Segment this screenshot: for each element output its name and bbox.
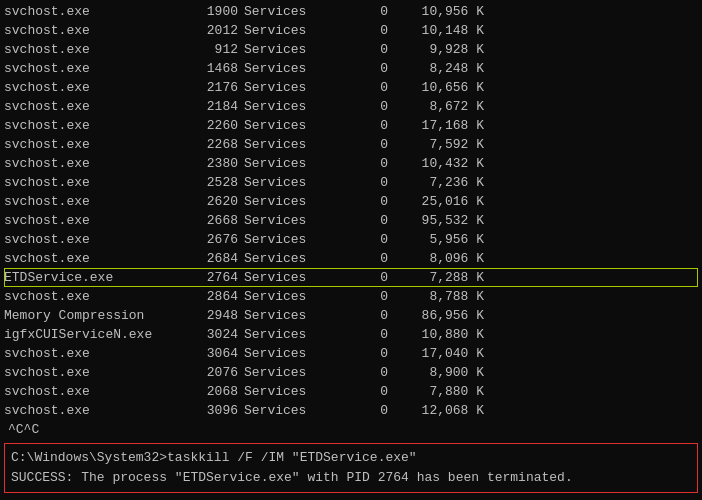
process-name: svchost.exe [4, 154, 184, 173]
process-sessions: 0 [334, 306, 394, 325]
process-name: svchost.exe [4, 401, 184, 420]
process-type: Services [244, 40, 334, 59]
process-memory: 7,288 K [394, 268, 484, 287]
process-name: svchost.exe [4, 192, 184, 211]
process-name: svchost.exe [4, 249, 184, 268]
process-memory: 8,096 K [394, 249, 484, 268]
process-type: Services [244, 268, 334, 287]
table-row[interactable]: svchost.exe 2620 Services 0 25,016 K [4, 192, 698, 211]
process-type: Services [244, 59, 334, 78]
command-box: C:\Windows\System32>taskkill /F /IM "ETD… [4, 443, 698, 493]
process-type: Services [244, 363, 334, 382]
process-name: svchost.exe [4, 211, 184, 230]
process-pid: 2948 [184, 306, 244, 325]
table-row[interactable]: svchost.exe 1900 Services 0 10,956 K [4, 2, 698, 21]
process-pid: 2012 [184, 21, 244, 40]
process-sessions: 0 [334, 249, 394, 268]
table-row[interactable]: svchost.exe 2268 Services 0 7,592 K [4, 135, 698, 154]
process-pid: 1468 [184, 59, 244, 78]
process-pid: 2176 [184, 78, 244, 97]
process-name: svchost.exe [4, 363, 184, 382]
process-type: Services [244, 211, 334, 230]
table-row[interactable]: svchost.exe 3096 Services 0 12,068 K [4, 401, 698, 420]
process-pid: 3096 [184, 401, 244, 420]
process-pid: 2764 [184, 268, 244, 287]
table-row[interactable]: svchost.exe 2676 Services 0 5,956 K [4, 230, 698, 249]
process-name: svchost.exe [4, 40, 184, 59]
table-row[interactable]: svchost.exe 2184 Services 0 8,672 K [4, 97, 698, 116]
process-sessions: 0 [334, 230, 394, 249]
process-sessions: 0 [334, 21, 394, 40]
table-row[interactable]: svchost.exe 2668 Services 0 95,532 K [4, 211, 698, 230]
process-memory: 10,656 K [394, 78, 484, 97]
process-pid: 2260 [184, 116, 244, 135]
table-row[interactable]: svchost.exe 2864 Services 0 8,788 K [4, 287, 698, 306]
process-memory: 10,148 K [394, 21, 484, 40]
process-type: Services [244, 230, 334, 249]
process-type: Services [244, 2, 334, 21]
process-memory: 25,016 K [394, 192, 484, 211]
process-sessions: 0 [334, 287, 394, 306]
process-pid: 2076 [184, 363, 244, 382]
table-row[interactable]: Memory Compression 2948 Services 0 86,95… [4, 306, 698, 325]
process-memory: 10,432 K [394, 154, 484, 173]
process-type: Services [244, 287, 334, 306]
process-memory: 7,880 K [394, 382, 484, 401]
terminal-window: svchost.exe 1900 Services 0 10,956 K svc… [0, 0, 702, 500]
process-sessions: 0 [334, 40, 394, 59]
process-memory: 8,788 K [394, 287, 484, 306]
process-type: Services [244, 173, 334, 192]
table-row[interactable]: ETDService.exe 2764 Services 0 7,288 K [4, 268, 698, 287]
process-name: svchost.exe [4, 21, 184, 40]
process-name: Memory Compression [4, 306, 184, 325]
process-name: ETDService.exe [4, 268, 184, 287]
process-sessions: 0 [334, 401, 394, 420]
process-pid: 2684 [184, 249, 244, 268]
process-memory: 17,168 K [394, 116, 484, 135]
table-row[interactable]: svchost.exe 2012 Services 0 10,148 K [4, 21, 698, 40]
process-pid: 912 [184, 40, 244, 59]
process-pid: 2864 [184, 287, 244, 306]
process-sessions: 0 [334, 268, 394, 287]
process-sessions: 0 [334, 344, 394, 363]
process-sessions: 0 [334, 78, 394, 97]
process-type: Services [244, 401, 334, 420]
table-row[interactable]: svchost.exe 1468 Services 0 8,248 K [4, 59, 698, 78]
process-memory: 95,532 K [394, 211, 484, 230]
table-row[interactable]: svchost.exe 2068 Services 0 7,880 K [4, 382, 698, 401]
process-pid: 3064 [184, 344, 244, 363]
table-row[interactable]: svchost.exe 2176 Services 0 10,656 K [4, 78, 698, 97]
process-memory: 5,956 K [394, 230, 484, 249]
process-name: svchost.exe [4, 173, 184, 192]
process-memory: 10,956 K [394, 2, 484, 21]
process-memory: 8,672 K [394, 97, 484, 116]
process-name: svchost.exe [4, 97, 184, 116]
process-sessions: 0 [334, 59, 394, 78]
process-type: Services [244, 116, 334, 135]
table-row[interactable]: svchost.exe 2528 Services 0 7,236 K [4, 173, 698, 192]
process-name: svchost.exe [4, 287, 184, 306]
process-pid: 2676 [184, 230, 244, 249]
extra-line: ^C^C [4, 420, 698, 439]
process-memory: 10,880 K [394, 325, 484, 344]
table-row[interactable]: svchost.exe 3064 Services 0 17,040 K [4, 344, 698, 363]
process-sessions: 0 [334, 116, 394, 135]
process-sessions: 0 [334, 325, 394, 344]
process-sessions: 0 [334, 173, 394, 192]
process-name: svchost.exe [4, 116, 184, 135]
process-type: Services [244, 344, 334, 363]
process-name: svchost.exe [4, 135, 184, 154]
process-type: Services [244, 135, 334, 154]
table-row[interactable]: svchost.exe 2076 Services 0 8,900 K [4, 363, 698, 382]
table-row[interactable]: svchost.exe 912 Services 0 9,928 K [4, 40, 698, 59]
table-row[interactable]: svchost.exe 2684 Services 0 8,096 K [4, 249, 698, 268]
process-memory: 7,592 K [394, 135, 484, 154]
process-name: svchost.exe [4, 2, 184, 21]
process-type: Services [244, 382, 334, 401]
table-row[interactable]: svchost.exe 2380 Services 0 10,432 K [4, 154, 698, 173]
command-prompt-line: C:\Windows\System32>taskkill /F /IM "ETD… [11, 448, 691, 468]
table-row[interactable]: igfxCUIServiceN.exe 3024 Services 0 10,8… [4, 325, 698, 344]
process-list: svchost.exe 1900 Services 0 10,956 K svc… [4, 2, 698, 420]
table-row[interactable]: svchost.exe 2260 Services 0 17,168 K [4, 116, 698, 135]
process-memory: 9,928 K [394, 40, 484, 59]
